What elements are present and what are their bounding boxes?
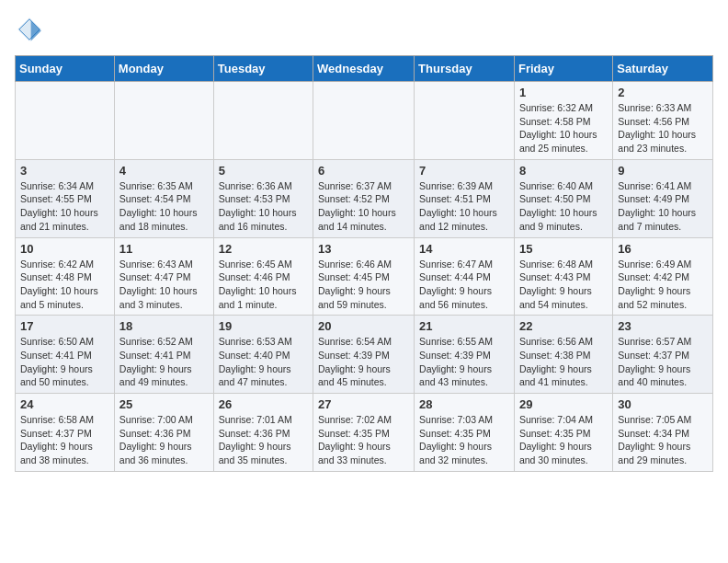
day-info: Sunrise: 6:33 AM Sunset: 4:56 PM Dayligh… [618,101,708,155]
day-number: 2 [618,86,708,99]
calendar-cell: 30Sunrise: 7:05 AM Sunset: 4:34 PM Dayli… [613,394,713,472]
day-number: 17 [20,319,109,333]
day-info: Sunrise: 7:03 AM Sunset: 4:35 PM Dayligh… [419,413,509,467]
day-number: 13 [318,242,409,256]
day-info: Sunrise: 7:01 AM Sunset: 4:36 PM Dayligh… [219,413,308,467]
day-info: Sunrise: 6:32 AM Sunset: 4:58 PM Dayligh… [519,101,608,155]
calendar-cell: 18Sunrise: 6:52 AM Sunset: 4:41 PM Dayli… [114,316,213,394]
day-info: Sunrise: 6:55 AM Sunset: 4:39 PM Dayligh… [419,335,509,389]
day-info: Sunrise: 6:43 AM Sunset: 4:47 PM Dayligh… [119,258,209,312]
day-info: Sunrise: 7:05 AM Sunset: 4:34 PM Dayligh… [618,413,708,467]
column-header-wednesday: Wednesday [313,56,415,82]
day-info: Sunrise: 6:41 AM Sunset: 4:49 PM Dayligh… [618,179,708,234]
calendar-cell: 23Sunrise: 6:57 AM Sunset: 4:37 PM Dayli… [613,316,713,394]
day-number: 16 [618,242,708,256]
svg-marker-1 [31,20,41,40]
calendar-week-row: 17Sunrise: 6:50 AM Sunset: 4:41 PM Dayli… [16,316,713,394]
day-number: 5 [219,164,308,178]
day-info: Sunrise: 6:39 AM Sunset: 4:51 PM Dayligh… [419,179,509,234]
day-info: Sunrise: 6:58 AM Sunset: 4:37 PM Dayligh… [20,413,109,467]
calendar-cell: 2Sunrise: 6:33 AM Sunset: 4:56 PM Daylig… [613,82,713,160]
day-number: 1 [519,86,608,99]
calendar-cell: 15Sunrise: 6:48 AM Sunset: 4:43 PM Dayli… [514,237,612,316]
calendar-cell: 16Sunrise: 6:49 AM Sunset: 4:42 PM Dayli… [613,237,713,316]
day-number: 30 [618,397,708,411]
calendar-week-row: 3Sunrise: 6:34 AM Sunset: 4:55 PM Daylig… [16,159,713,237]
calendar-cell: 1Sunrise: 6:32 AM Sunset: 4:58 PM Daylig… [514,82,612,160]
calendar-cell: 17Sunrise: 6:50 AM Sunset: 4:41 PM Dayli… [16,316,115,394]
calendar-cell [213,82,313,160]
calendar-cell: 7Sunrise: 6:39 AM Sunset: 4:51 PM Daylig… [415,159,515,237]
day-info: Sunrise: 6:46 AM Sunset: 4:45 PM Dayligh… [318,258,409,312]
calendar-cell: 21Sunrise: 6:55 AM Sunset: 4:39 PM Dayli… [415,316,515,394]
day-number: 20 [318,319,409,333]
day-number: 12 [219,242,308,256]
day-number: 28 [419,397,509,411]
day-info: Sunrise: 6:36 AM Sunset: 4:53 PM Dayligh… [219,179,308,234]
calendar-cell: 29Sunrise: 7:04 AM Sunset: 4:35 PM Dayli… [514,394,612,472]
calendar-cell: 26Sunrise: 7:01 AM Sunset: 4:36 PM Dayli… [213,394,313,472]
calendar-cell: 8Sunrise: 6:40 AM Sunset: 4:50 PM Daylig… [514,159,612,237]
calendar-cell: 13Sunrise: 6:46 AM Sunset: 4:45 PM Dayli… [313,237,415,316]
calendar-cell: 4Sunrise: 6:35 AM Sunset: 4:54 PM Daylig… [114,159,213,237]
calendar-cell [114,82,213,160]
day-info: Sunrise: 6:37 AM Sunset: 4:52 PM Dayligh… [318,179,409,234]
day-number: 8 [519,164,608,178]
calendar-cell: 11Sunrise: 6:43 AM Sunset: 4:47 PM Dayli… [114,237,213,316]
calendar-cell: 25Sunrise: 7:00 AM Sunset: 4:36 PM Dayli… [114,394,213,472]
day-info: Sunrise: 7:04 AM Sunset: 4:35 PM Dayligh… [519,413,608,467]
day-info: Sunrise: 6:56 AM Sunset: 4:38 PM Dayligh… [519,335,608,389]
day-number: 11 [119,242,209,256]
day-info: Sunrise: 6:53 AM Sunset: 4:40 PM Dayligh… [219,335,308,389]
calendar-cell: 28Sunrise: 7:03 AM Sunset: 4:35 PM Dayli… [415,394,515,472]
column-header-saturday: Saturday [613,56,713,82]
page-header [15,15,713,44]
calendar-cell: 10Sunrise: 6:42 AM Sunset: 4:48 PM Dayli… [16,237,115,316]
day-number: 23 [618,319,708,333]
day-info: Sunrise: 6:34 AM Sunset: 4:55 PM Dayligh… [20,179,109,234]
logo-icon [15,15,44,44]
calendar-week-row: 1Sunrise: 6:32 AM Sunset: 4:58 PM Daylig… [16,82,713,160]
day-number: 22 [519,319,608,333]
day-number: 6 [318,164,409,178]
calendar-cell [313,82,415,160]
calendar-cell [415,82,515,160]
day-info: Sunrise: 7:00 AM Sunset: 4:36 PM Dayligh… [119,413,209,467]
day-info: Sunrise: 6:42 AM Sunset: 4:48 PM Dayligh… [20,258,109,312]
calendar-cell: 27Sunrise: 7:02 AM Sunset: 4:35 PM Dayli… [313,394,415,472]
day-info: Sunrise: 6:40 AM Sunset: 4:50 PM Dayligh… [519,179,608,234]
calendar-cell: 24Sunrise: 6:58 AM Sunset: 4:37 PM Dayli… [16,394,115,472]
day-number: 15 [519,242,608,256]
calendar-cell: 3Sunrise: 6:34 AM Sunset: 4:55 PM Daylig… [16,159,115,237]
day-number: 27 [318,397,409,411]
day-info: Sunrise: 6:47 AM Sunset: 4:44 PM Dayligh… [419,258,509,312]
day-number: 7 [419,164,509,178]
day-number: 9 [618,164,708,178]
day-info: Sunrise: 6:54 AM Sunset: 4:39 PM Dayligh… [318,335,409,389]
day-number: 26 [219,397,308,411]
column-header-monday: Monday [114,56,213,82]
calendar-cell: 9Sunrise: 6:41 AM Sunset: 4:49 PM Daylig… [613,159,713,237]
calendar-cell: 5Sunrise: 6:36 AM Sunset: 4:53 PM Daylig… [213,159,313,237]
day-number: 24 [20,397,109,411]
calendar-cell: 22Sunrise: 6:56 AM Sunset: 4:38 PM Dayli… [514,316,612,394]
day-number: 25 [119,397,209,411]
calendar-cell: 19Sunrise: 6:53 AM Sunset: 4:40 PM Dayli… [213,316,313,394]
column-header-tuesday: Tuesday [213,56,313,82]
day-info: Sunrise: 6:52 AM Sunset: 4:41 PM Dayligh… [119,335,209,389]
day-number: 10 [20,242,109,256]
calendar-table: SundayMondayTuesdayWednesdayThursdayFrid… [15,55,713,472]
day-number: 21 [419,319,509,333]
calendar-cell: 6Sunrise: 6:37 AM Sunset: 4:52 PM Daylig… [313,159,415,237]
calendar-header-row: SundayMondayTuesdayWednesdayThursdayFrid… [16,56,713,82]
day-number: 18 [119,319,209,333]
calendar-cell [16,82,115,160]
day-info: Sunrise: 6:49 AM Sunset: 4:42 PM Dayligh… [618,258,708,312]
column-header-sunday: Sunday [16,56,115,82]
column-header-friday: Friday [514,56,612,82]
day-info: Sunrise: 6:45 AM Sunset: 4:46 PM Dayligh… [219,258,308,312]
calendar-week-row: 24Sunrise: 6:58 AM Sunset: 4:37 PM Dayli… [16,394,713,472]
day-number: 4 [119,164,209,178]
calendar-cell: 20Sunrise: 6:54 AM Sunset: 4:39 PM Dayli… [313,316,415,394]
calendar-cell: 12Sunrise: 6:45 AM Sunset: 4:46 PM Dayli… [213,237,313,316]
